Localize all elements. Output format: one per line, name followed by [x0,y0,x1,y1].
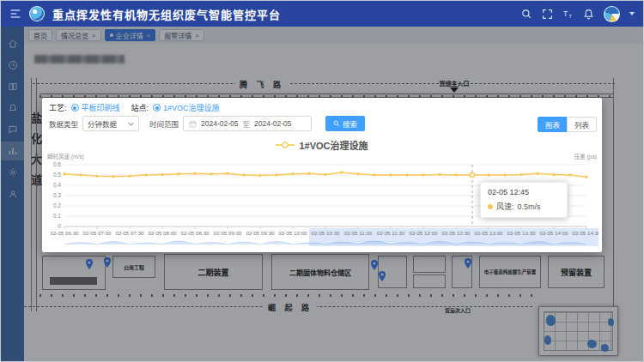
svg-text:02-05 08:30: 02-05 08:30 [180,230,210,236]
legend-marker-icon [276,142,295,148]
svg-text:02-05 14:00: 02-05 14:00 [539,230,568,236]
svg-text:02-05 11:30: 02-05 11:30 [377,230,405,236]
view-chart-button[interactable]: 图表 [538,117,568,132]
process-option-label[interactable]: 平板印刷线 [82,102,120,113]
date-range-picker[interactable]: 2024-02-05 至 2024-02-05 [183,116,312,131]
data-type-value: 分钟数据 [88,118,125,129]
svg-text:0.3: 0.3 [53,192,61,198]
tooltip-time: 02-05 12:45 [488,188,560,196]
svg-text:02-05 06:30: 02-05 06:30 [50,230,79,236]
app-title: 重点挥发性有机物无组织废气智能管控平台 [52,6,281,22]
date-separator: 至 [243,118,251,129]
svg-text:02-05 13:30: 02-05 13:30 [507,230,536,236]
station-option-label[interactable]: 1#VOC治理设施 [163,102,220,113]
svg-text:02-05 08:00: 02-05 08:00 [148,230,177,236]
chart-tooltip: 02-05 12:45 风速: 0.5m/s [480,182,568,218]
svg-text:02-05 07:00: 02-05 07:00 [82,230,112,236]
date-end-value[interactable]: 2024-02-05 [254,119,291,128]
search-button[interactable]: 搜索 [325,116,365,131]
svg-text:T: T [563,9,568,18]
process-radio[interactable] [71,104,79,112]
svg-text:02-05 14:30: 02-05 14:30 [572,230,598,236]
search-icon[interactable] [521,9,532,20]
app-header: 重点挥发性有机物无组织废气智能管控平台 TT [1,1,643,27]
app-window: 重点挥发性有机物无组织废气智能管控平台 TT 首页情况总览×企业详情×报警详情× [0,0,644,362]
svg-text:02-05 10:00: 02-05 10:00 [278,230,307,236]
time-range-label: 时间范围 [149,118,179,129]
svg-text:0.1: 0.1 [53,213,61,219]
tooltip-series-label: 风速: [496,201,514,212]
calendar-icon [189,120,197,128]
legend-label: 1#VOC治理设施 [299,138,368,152]
date-start-value[interactable]: 2024-02-05 [201,119,238,128]
svg-text:瞬时风速 (m/s): 瞬时风速 (m/s) [47,153,84,160]
filter-row-radios: 工艺: 平板印刷线 站点: 1#VOC治理设施 [49,102,220,113]
chevron-down-icon [128,122,134,126]
station-radio[interactable] [153,104,161,112]
tooltip-value: 0.5m/s [518,202,541,211]
collapse-menu-icon[interactable] [9,7,22,21]
svg-text:02-05 09:00: 02-05 09:00 [213,230,242,236]
process-label: 工艺: [49,102,67,113]
station-data-modal: 工艺: 平板印刷线 站点: 1#VOC治理设施 数据类型 分钟数据 时间范围 2… [42,98,602,252]
font-size-icon[interactable]: TT [562,9,574,20]
svg-text:压差 (pa): 压差 (pa) [574,153,597,160]
svg-text:02-05 12:00: 02-05 12:00 [409,230,438,236]
view-toggle: 图表 列表 [538,117,597,132]
svg-text:02-05 12:30: 02-05 12:30 [441,230,471,236]
svg-text:0.2: 0.2 [53,202,61,208]
data-type-select[interactable]: 分钟数据 [82,116,139,131]
svg-text:02-05 10:30: 02-05 10:30 [311,230,340,236]
user-avatar[interactable] [604,6,620,22]
station-label: 站点: [131,102,149,113]
app-logo [29,6,45,21]
data-type-label: 数据类型 [49,118,78,129]
svg-text:0.6: 0.6 [53,161,61,167]
svg-text:0.5: 0.5 [53,172,61,178]
search-icon [333,120,340,127]
svg-text:02-05 11:00: 02-05 11:00 [344,230,373,236]
filter-row-controls: 数据类型 分钟数据 时间范围 2024-02-05 至 2024-02-05 搜… [49,115,365,132]
bell-icon[interactable] [583,9,594,20]
svg-text:02-05 09:30: 02-05 09:30 [246,230,275,236]
svg-text:0: 0 [58,223,61,229]
svg-text:0.4: 0.4 [53,182,61,188]
svg-text:02-05 07:30: 02-05 07:30 [115,230,144,236]
search-button-label: 搜索 [343,118,357,129]
fullscreen-icon[interactable] [542,9,553,20]
svg-text:02-05 13:00: 02-05 13:00 [474,230,503,236]
view-list-button[interactable]: 列表 [567,117,597,132]
svg-text:T: T [569,13,573,18]
tooltip-series-dot [488,204,493,209]
content-area: 首页情况总览×企业详情×报警详情× 腾 飞 路 货运主入口 盐化大道 公用工程 … [1,27,643,361]
caret-down-icon[interactable] [629,12,635,15]
chart-legend[interactable]: 1#VOC治理设施 [42,138,602,152]
